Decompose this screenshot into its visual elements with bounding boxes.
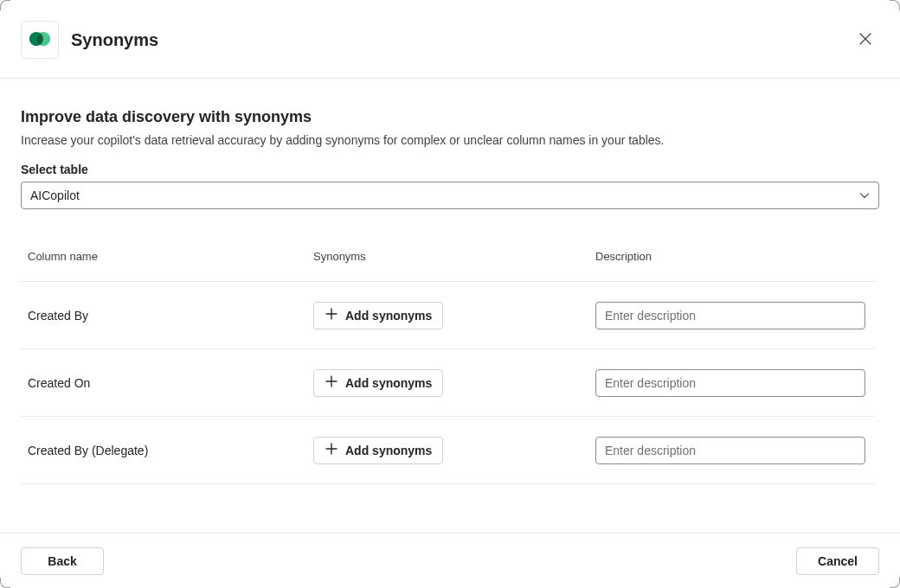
description-input[interactable]	[595, 437, 865, 464]
back-button[interactable]: Back	[21, 547, 104, 575]
cancel-button-label: Cancel	[818, 554, 858, 568]
add-synonyms-label: Add synonyms	[345, 444, 432, 457]
plus-icon	[325, 442, 338, 458]
add-synonyms-button[interactable]: Add synonyms	[313, 437, 443, 464]
table-row: Created By (Delegate) Add synonyms	[21, 417, 876, 484]
add-synonyms-button[interactable]: Add synonyms	[313, 302, 443, 329]
close-icon	[858, 32, 872, 48]
section-description: Increase your copilot's data retrieval a…	[21, 133, 879, 147]
dataverse-icon	[29, 29, 51, 51]
synonyms-cell: Add synonyms	[313, 437, 595, 464]
app-logo	[21, 21, 59, 59]
description-input[interactable]	[595, 369, 865, 397]
select-table-wrap: AICopilot	[21, 182, 879, 209]
close-button[interactable]	[852, 26, 879, 54]
description-cell	[595, 437, 869, 464]
column-name-cell: Created On	[28, 376, 313, 390]
add-synonyms-label: Add synonyms	[345, 309, 432, 323]
plus-icon	[325, 307, 338, 323]
columns-table-header: Column name Synonyms Description	[21, 232, 876, 282]
section-title: Improve data discovery with synonyms	[21, 108, 879, 126]
columns-table-scroll[interactable]: Column name Synonyms Description Created…	[21, 232, 879, 533]
synonyms-cell: Add synonyms	[313, 369, 595, 397]
select-table-label: Select table	[21, 163, 879, 176]
cancel-button[interactable]: Cancel	[796, 547, 879, 575]
table-row: Created By Add synonyms	[21, 282, 876, 349]
select-table-dropdown[interactable]: AICopilot	[21, 182, 879, 209]
column-name-cell: Created By (Delegate)	[28, 444, 313, 457]
panel-body: Improve data discovery with synonyms Inc…	[0, 79, 900, 533]
frame-corner	[0, 0, 10, 10]
column-name-cell: Created By	[28, 309, 313, 323]
table-row: Created On Add synonyms	[21, 349, 876, 417]
description-cell	[595, 369, 869, 397]
select-table-value: AICopilot	[30, 189, 80, 202]
synonyms-panel: Synonyms Improve data discovery with syn…	[0, 0, 900, 588]
description-cell	[595, 302, 869, 329]
panel-footer: Back Cancel	[0, 533, 900, 588]
panel-title: Synonyms	[71, 30, 839, 50]
header-synonyms: Synonyms	[313, 250, 595, 263]
panel-header: Synonyms	[0, 0, 900, 79]
synonyms-cell: Add synonyms	[313, 302, 595, 329]
header-description: Description	[595, 250, 869, 263]
add-synonyms-button[interactable]: Add synonyms	[313, 369, 443, 397]
description-input[interactable]	[595, 302, 865, 329]
header-column-name: Column name	[28, 250, 313, 263]
back-button-label: Back	[48, 554, 76, 568]
add-synonyms-label: Add synonyms	[345, 376, 432, 390]
plus-icon	[325, 374, 338, 391]
